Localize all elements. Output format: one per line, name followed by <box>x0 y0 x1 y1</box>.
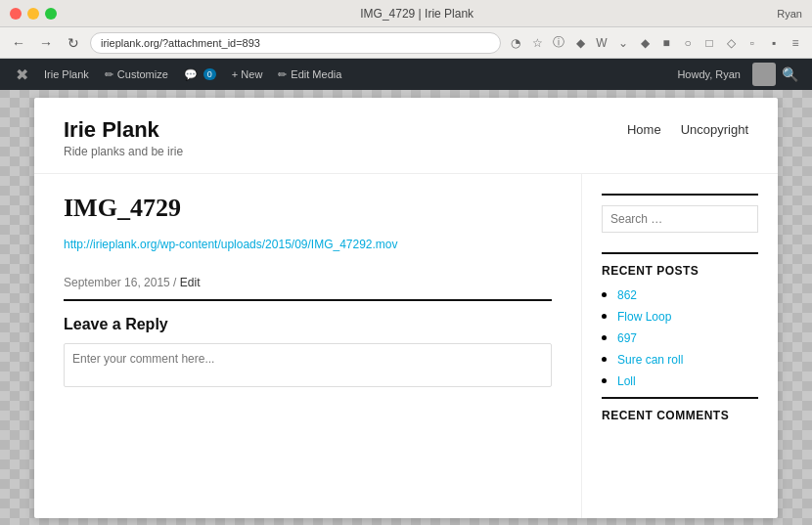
site-branding: Irie Plank Ride planks and be irie <box>64 117 183 158</box>
post-divider <box>64 299 552 301</box>
pencil-icon: ✏ <box>105 68 113 81</box>
sidebar: RECENT POSTS 862 Flow Loop 697 Sure can … <box>582 174 778 518</box>
sidebar-top-divider <box>602 194 758 196</box>
ext-icon-8[interactable]: ▪ <box>765 34 783 52</box>
user-avatar[interactable] <box>752 63 776 86</box>
nav-bar: ← → ↻ irieplank.org/?attachment_id=893 ◔… <box>0 27 812 59</box>
ext-icon-4[interactable]: ○ <box>679 34 697 52</box>
wp-icon-2[interactable]: W <box>593 34 610 52</box>
wp-logo-icon: ✖ <box>16 66 28 84</box>
post-link-697[interactable]: 697 <box>617 331 637 345</box>
customize-label: Customize <box>117 68 168 80</box>
minimize-button[interactable] <box>27 8 39 20</box>
ext-icon-7[interactable]: ▫ <box>744 34 761 52</box>
list-item: Loll <box>617 372 758 389</box>
back-button[interactable]: ← <box>8 32 29 54</box>
content-area: Irie Plank Ride planks and be irie Home … <box>0 90 812 525</box>
site-header: Irie Plank Ride planks and be irie Home … <box>34 98 778 174</box>
wp-logo-item[interactable]: ✖ <box>8 59 36 90</box>
pencil-icon-2: ✏ <box>278 68 287 81</box>
post-date: September 16, 2015 <box>64 276 170 289</box>
list-item: Flow Loop <box>617 307 758 325</box>
close-button[interactable] <box>10 8 22 20</box>
admin-bar-right: Howdy, Ryan 🔍 <box>669 63 804 86</box>
recent-posts-heading: RECENT POSTS <box>602 264 758 278</box>
browser-nav-icons: ◔ ☆ ⓘ ◆ W ⌄ ◆ ■ ○ □ ◇ ▫ ▪ ≡ <box>507 34 804 52</box>
site-tagline: Ride planks and be irie <box>64 145 183 158</box>
new-label: + New <box>232 68 263 80</box>
post-title: IMG_4729 <box>64 194 552 223</box>
webpage-frame: Irie Plank Ride planks and be irie Home … <box>34 98 778 518</box>
recent-posts-list: 862 Flow Loop 697 Sure can roll Loll <box>602 285 758 389</box>
info-icon[interactable]: ⓘ <box>550 34 567 52</box>
comments-badge: 0 <box>203 68 216 80</box>
traffic-lights <box>10 8 57 20</box>
nav-home[interactable]: Home <box>627 122 661 137</box>
address-bar[interactable]: irieplank.org/?attachment_id=893 <box>90 32 501 54</box>
edit-media-label: Edit Media <box>291 68 341 80</box>
list-item: 697 <box>617 328 758 346</box>
ext-icon-5[interactable]: □ <box>700 34 718 52</box>
maximize-button[interactable] <box>45 8 57 20</box>
site-title: Irie Plank <box>64 117 183 143</box>
nav-uncopyright[interactable]: Uncopyright <box>681 122 748 137</box>
ext-icon-3[interactable]: ■ <box>657 34 675 52</box>
post-attachment-link[interactable]: http://irieplank.org/wp-content/uploads/… <box>64 238 552 251</box>
new-item[interactable]: + New <box>224 59 271 90</box>
howdy-label: Howdy, Ryan <box>669 68 748 80</box>
comment-input[interactable] <box>64 343 552 387</box>
reload-button[interactable]: ↻ <box>63 32 84 54</box>
forward-button[interactable]: → <box>35 32 57 54</box>
site-body: IMG_4729 http://irieplank.org/wp-content… <box>34 174 778 518</box>
edit-link[interactable]: Edit <box>180 276 201 289</box>
post-link-loll[interactable]: Loll <box>617 374 636 388</box>
main-content: IMG_4729 http://irieplank.org/wp-content… <box>34 174 582 518</box>
bubble-icon: 💬 <box>184 68 198 81</box>
post-link-862[interactable]: 862 <box>617 288 637 302</box>
admin-search-icon[interactable]: 🔍 <box>776 66 804 82</box>
site-name-label: Irie Plank <box>44 68 89 80</box>
shield-icon[interactable]: ◆ <box>571 34 589 52</box>
post-meta: September 16, 2015 / Edit <box>64 266 552 289</box>
extension-icon[interactable]: ⌄ <box>614 34 632 52</box>
meta-separator: / <box>173 276 176 289</box>
ext-icon-2[interactable]: ◆ <box>636 34 654 52</box>
sidebar-search[interactable] <box>602 205 758 233</box>
url-text: irieplank.org/?attachment_id=893 <box>101 37 260 49</box>
recent-comments-heading: RECENT COMMENTS <box>602 409 758 422</box>
customize-item[interactable]: ✏ Customize <box>97 59 176 90</box>
edit-media-item[interactable]: ✏ Edit Media <box>270 59 349 90</box>
ext-icon-6[interactable]: ◇ <box>722 34 740 52</box>
user-label: Ryan <box>777 8 802 20</box>
comment-section-title: Leave a Reply <box>64 316 552 333</box>
post-link-sure-can-roll[interactable]: Sure can roll <box>617 353 683 367</box>
site-navigation: Home Uncopyright <box>627 122 748 137</box>
post-link-flow-loop[interactable]: Flow Loop <box>617 310 671 324</box>
sidebar-search-divider <box>602 252 758 254</box>
star-icon[interactable]: ☆ <box>528 34 546 52</box>
list-item: Sure can roll <box>617 350 758 368</box>
comments-item[interactable]: 💬 0 <box>176 59 224 90</box>
sidebar-bottom-divider <box>602 397 758 399</box>
browser-window: IMG_4729 | Irie Plank Ryan ← → ↻ iriepla… <box>0 0 812 525</box>
window-title: IMG_4729 | Irie Plank <box>57 7 777 21</box>
title-bar: IMG_4729 | Irie Plank Ryan <box>0 0 812 27</box>
menu-icon[interactable]: ≡ <box>787 34 804 52</box>
wordpress-icon[interactable]: ◔ <box>507 34 524 52</box>
wp-admin-bar: ✖ Irie Plank ✏ Customize 💬 0 + New ✏ Edi… <box>0 59 812 90</box>
list-item: 862 <box>617 285 758 303</box>
site-name-item[interactable]: Irie Plank <box>36 59 97 90</box>
